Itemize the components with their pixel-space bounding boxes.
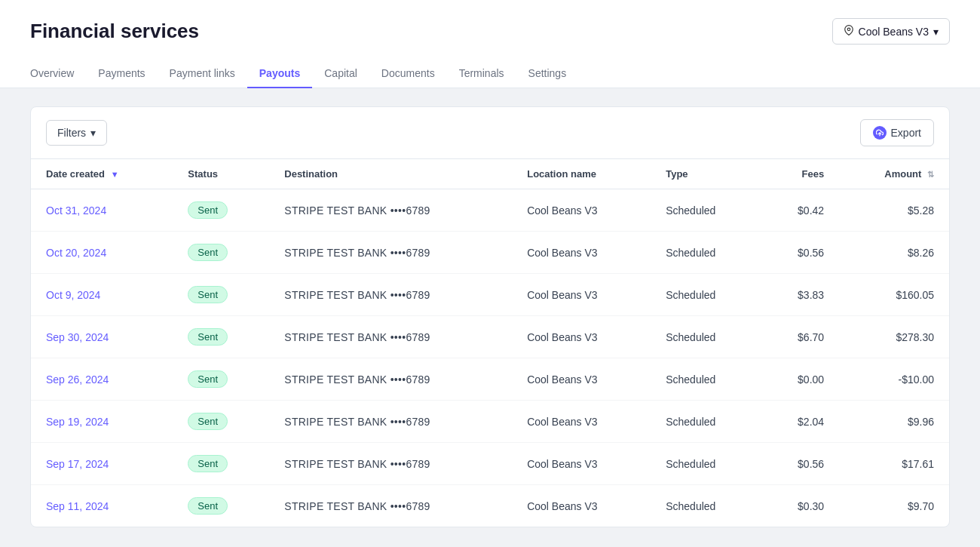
- cell-amount: $9.70: [839, 485, 949, 527]
- cell-type: Scheduled: [651, 232, 761, 274]
- status-badge: Sent: [188, 497, 228, 515]
- date-link[interactable]: Sep 19, 2024: [46, 416, 109, 428]
- cell-status: Sent: [173, 401, 269, 443]
- date-link[interactable]: Sep 30, 2024: [46, 331, 109, 343]
- col-header-type: Type: [651, 159, 761, 189]
- cell-location: Cool Beans V3: [512, 274, 651, 316]
- page-wrapper: Financial services Cool Beans V3 ▾ Overv…: [0, 0, 980, 547]
- nav-tab-overview[interactable]: Overview: [30, 60, 86, 88]
- cell-type: Scheduled: [651, 358, 761, 401]
- table-toolbar: Filters ▾ Export: [31, 107, 949, 159]
- status-badge: Sent: [188, 413, 228, 430]
- header-top: Financial services Cool Beans V3 ▾: [30, 18, 950, 45]
- col-header-status: Status: [173, 159, 269, 189]
- cell-type: Scheduled: [651, 189, 761, 232]
- cell-type: Scheduled: [651, 401, 761, 443]
- content-section: Filters ▾ Export: [0, 88, 980, 545]
- sort-desc-icon: ▼: [111, 170, 119, 179]
- cell-status: Sent: [173, 316, 269, 358]
- chevron-down-icon: ▾: [933, 26, 939, 38]
- nav-tab-payouts[interactable]: Payouts: [247, 60, 312, 88]
- cell-status: Sent: [173, 485, 269, 527]
- sort-both-icon: ⇅: [927, 170, 934, 180]
- cell-date[interactable]: Sep 11, 2024: [31, 485, 173, 527]
- cell-date[interactable]: Oct 20, 2024: [31, 232, 173, 274]
- cell-location: Cool Beans V3: [512, 443, 651, 485]
- cell-fees: $3.83: [761, 274, 840, 316]
- page-title: Financial services: [30, 20, 199, 43]
- cell-status: Sent: [173, 189, 269, 232]
- table-row[interactable]: Oct 9, 2024SentSTRIPE TEST BANK ••••6789…: [31, 274, 949, 316]
- cell-fees: $0.56: [761, 232, 840, 274]
- table-body: Oct 31, 2024SentSTRIPE TEST BANK ••••678…: [31, 189, 949, 527]
- col-header-location: Location name: [512, 159, 651, 189]
- header-section: Financial services Cool Beans V3 ▾ Overv…: [0, 0, 980, 88]
- status-badge: Sent: [188, 455, 228, 472]
- cell-date[interactable]: Oct 9, 2024: [31, 274, 173, 316]
- cell-location: Cool Beans V3: [512, 401, 651, 443]
- payouts-table: Date created ▼StatusDestinationLocation …: [31, 159, 949, 527]
- cell-destination: STRIPE TEST BANK ••••6789: [269, 316, 512, 358]
- cell-destination: STRIPE TEST BANK ••••6789: [269, 189, 512, 232]
- table-row[interactable]: Sep 17, 2024SentSTRIPE TEST BANK ••••678…: [31, 443, 949, 485]
- table-row[interactable]: Sep 26, 2024SentSTRIPE TEST BANK ••••678…: [31, 358, 949, 401]
- date-link[interactable]: Sep 26, 2024: [46, 373, 109, 386]
- cell-fees: $0.00: [761, 358, 840, 401]
- status-badge: Sent: [188, 244, 228, 261]
- nav-tab-payments[interactable]: Payments: [86, 60, 157, 88]
- status-badge: Sent: [188, 286, 228, 303]
- table-row[interactable]: Sep 19, 2024SentSTRIPE TEST BANK ••••678…: [31, 401, 949, 443]
- cell-date[interactable]: Oct 31, 2024: [31, 189, 173, 232]
- cell-destination: STRIPE TEST BANK ••••6789: [269, 274, 512, 316]
- cell-destination: STRIPE TEST BANK ••••6789: [269, 358, 512, 401]
- cell-fees: $0.30: [761, 485, 840, 527]
- filters-button[interactable]: Filters ▾: [46, 120, 107, 146]
- date-link[interactable]: Sep 17, 2024: [46, 458, 109, 470]
- col-header-date[interactable]: Date created ▼: [31, 159, 173, 189]
- cell-location: Cool Beans V3: [512, 189, 651, 232]
- status-badge: Sent: [188, 370, 228, 388]
- cell-date[interactable]: Sep 19, 2024: [31, 401, 173, 443]
- status-badge: Sent: [188, 201, 228, 219]
- col-header-destination: Destination: [269, 159, 512, 189]
- date-link[interactable]: Oct 20, 2024: [46, 247, 106, 259]
- cell-date[interactable]: Sep 30, 2024: [31, 316, 173, 358]
- cell-type: Scheduled: [651, 443, 761, 485]
- status-badge: Sent: [188, 328, 228, 346]
- pin-icon: [844, 25, 854, 38]
- cell-status: Sent: [173, 274, 269, 316]
- table-row[interactable]: Oct 31, 2024SentSTRIPE TEST BANK ••••678…: [31, 189, 949, 232]
- date-link[interactable]: Oct 31, 2024: [46, 204, 106, 217]
- cell-amount: $8.26: [839, 232, 949, 274]
- location-selector[interactable]: Cool Beans V3 ▾: [832, 18, 950, 45]
- cell-location: Cool Beans V3: [512, 485, 651, 527]
- table-row[interactable]: Sep 11, 2024SentSTRIPE TEST BANK ••••678…: [31, 485, 949, 527]
- table-row[interactable]: Oct 20, 2024SentSTRIPE TEST BANK ••••678…: [31, 232, 949, 274]
- cell-date[interactable]: Sep 26, 2024: [31, 358, 173, 401]
- date-link[interactable]: Oct 9, 2024: [46, 289, 100, 301]
- cell-status: Sent: [173, 232, 269, 274]
- col-header-amount[interactable]: Amount ⇅: [839, 159, 949, 189]
- col-header-fees: Fees: [761, 159, 840, 189]
- cell-amount: $17.61: [839, 443, 949, 485]
- cell-status: Sent: [173, 443, 269, 485]
- cell-location: Cool Beans V3: [512, 358, 651, 401]
- nav-tab-settings[interactable]: Settings: [516, 60, 579, 88]
- cell-amount: $5.28: [839, 189, 949, 232]
- chevron-down-icon: ▾: [90, 127, 96, 139]
- cell-amount: $9.96: [839, 401, 949, 443]
- export-button[interactable]: Export: [860, 119, 934, 146]
- cell-date[interactable]: Sep 17, 2024: [31, 443, 173, 485]
- nav-tab-terminals[interactable]: Terminals: [447, 60, 516, 88]
- nav-tab-documents[interactable]: Documents: [369, 60, 447, 88]
- cell-amount: $160.05: [839, 274, 949, 316]
- location-name: Cool Beans V3: [859, 26, 929, 38]
- cell-fees: $2.04: [761, 401, 840, 443]
- date-link[interactable]: Sep 11, 2024: [46, 500, 109, 512]
- cell-location: Cool Beans V3: [512, 316, 651, 358]
- svg-point-0: [847, 28, 850, 31]
- nav-tab-capital[interactable]: Capital: [312, 60, 369, 88]
- nav-tab-payment-links[interactable]: Payment links: [158, 60, 247, 88]
- cell-destination: STRIPE TEST BANK ••••6789: [269, 401, 512, 443]
- table-row[interactable]: Sep 30, 2024SentSTRIPE TEST BANK ••••678…: [31, 316, 949, 358]
